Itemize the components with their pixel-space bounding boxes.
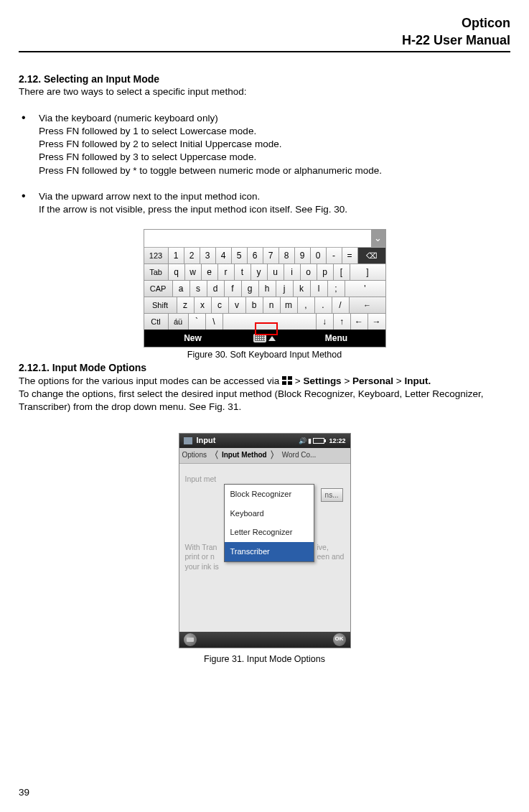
key-slash: / <box>332 297 350 313</box>
key-lbracket: [ <box>334 264 350 280</box>
windows-flag-icon <box>184 437 192 444</box>
key-n: n <box>263 297 281 313</box>
scroll-down-icon: ⌄ <box>371 230 385 247</box>
softkey-new: New <box>144 332 242 344</box>
key-backspace: ⌫ <box>358 248 385 263</box>
bullet2-l1: Via the upward arrow next to the input m… <box>39 190 510 203</box>
input-method-label: Input met <box>185 474 345 484</box>
key-left: ← <box>351 314 368 330</box>
key-f: f <box>225 281 242 297</box>
bullet-2-content: Via the upward arrow next to the input m… <box>39 190 510 216</box>
p1-settings: Settings <box>303 375 341 386</box>
key-3: 3 <box>200 248 216 263</box>
dropdown-letter-recognizer: Letter Recognizer <box>225 523 314 542</box>
subsection-p2: To change the options, first select the … <box>19 388 510 414</box>
bg-r2: een and <box>317 552 345 562</box>
fig31-title: Input <box>197 435 295 446</box>
dropdown-block-recognizer: Block Recognizer <box>225 485 314 504</box>
fig30-keyboard: 123 1 2 3 4 5 6 7 8 9 0 - = ⌫ Tab q w e … <box>144 247 385 330</box>
key-i: i <box>284 264 301 280</box>
signal-icon: ▮ <box>308 437 312 445</box>
key-t: t <box>235 264 251 280</box>
key-k: k <box>294 281 311 297</box>
tab-options: Options <box>182 450 207 460</box>
softkey-menu: Menu <box>288 332 385 344</box>
sip-keyboard-icon <box>184 633 197 646</box>
key-r: r <box>218 264 235 280</box>
background-text-right: ive, een and <box>317 543 345 562</box>
ok-button: OK <box>333 633 346 646</box>
bullet1-l1: Via the keyboard (numeric keyboard only) <box>39 112 510 125</box>
bullet-dot-icon: • <box>19 190 39 216</box>
p1a: The options for the various input modes … <box>19 375 282 386</box>
section-title: 2.12. Selecting an Input Mode <box>19 73 510 86</box>
key-right: → <box>368 314 385 330</box>
bullet1-l3: Press FN followed by 2 to select Initial… <box>39 138 510 151</box>
key-u: u <box>268 264 284 280</box>
fig31-main-area: Input met ns... Block Recognizer Keyboar… <box>179 464 350 633</box>
key-down: ↓ <box>317 314 334 330</box>
key-s: s <box>190 281 207 297</box>
figure-30-wrap: ⌄ 123 1 2 3 4 5 6 7 8 9 0 - = ⌫ Tab q <box>19 229 510 361</box>
p1-personal: Personal <box>352 375 393 386</box>
key-p: p <box>317 264 334 280</box>
key-m: m <box>281 297 298 313</box>
key-y: y <box>251 264 268 280</box>
bullet-1-content: Via the keyboard (numeric keyboard only)… <box>39 112 510 177</box>
key-intl: áü <box>169 314 189 330</box>
key-ctl: Ctl <box>144 314 169 330</box>
bg-l2: print or n <box>185 552 250 562</box>
fig30-top-band: ⌄ <box>144 230 385 247</box>
key-a: a <box>173 281 190 297</box>
key-d: d <box>207 281 225 297</box>
key-2: 2 <box>184 248 200 263</box>
windows-start-icon <box>282 376 292 385</box>
bg-l3: your ink is <box>185 562 250 572</box>
key-tab: Tab <box>144 264 169 280</box>
status-icons: 🔊 ▮ <box>299 437 324 445</box>
chevron-right-icon: 〉 <box>270 449 279 462</box>
key-x: x <box>195 297 212 313</box>
key-123: 123 <box>144 248 169 263</box>
figure-30-soft-keyboard: ⌄ 123 1 2 3 4 5 6 7 8 9 0 - = ⌫ Tab q <box>144 229 386 347</box>
input-method-toggle <box>242 334 288 342</box>
fig31-bottom-bar: OK <box>179 632 350 648</box>
up-arrow-icon <box>268 336 276 341</box>
background-text-left: With Tran print or n your ink is <box>185 543 250 572</box>
key-q: q <box>169 264 185 280</box>
p1b: > <box>295 375 304 386</box>
key-comma: , <box>298 297 315 313</box>
key-v: v <box>229 297 246 313</box>
key-9: 9 <box>295 248 311 263</box>
figure-30-caption: Figure 30. Soft Keyboard Input Method <box>19 349 510 361</box>
key-1: 1 <box>169 248 184 263</box>
figure-31-wrap: Input 🔊 ▮ 12:22 Options 〈 Input Method 〉… <box>19 433 510 666</box>
bullet-2: • Via the upward arrow next to the input… <box>19 190 510 216</box>
key-5: 5 <box>232 248 248 263</box>
subsection-title: 2.12.1. Input Mode Options <box>19 361 510 375</box>
doc-header: Opticon H-22 User Manual <box>19 14 510 52</box>
key-quote: ' <box>345 281 385 297</box>
bullet1-l5: Press FN followed by * to toggle between… <box>39 164 510 177</box>
p1-gt2: > <box>396 375 405 386</box>
key-w: w <box>185 264 202 280</box>
key-h: h <box>259 281 276 297</box>
fig31-clock: 12:22 <box>329 437 345 445</box>
bullet1-l2: Press FN followed by 1 to select Lowerca… <box>39 125 510 138</box>
key-minus: - <box>327 248 342 263</box>
figure-31-input-options: Input 🔊 ▮ 12:22 Options 〈 Input Method 〉… <box>179 433 351 648</box>
bullet1-l4: Press FN followed by 3 to select Upperca… <box>39 151 510 164</box>
tab-input-method: Input Method <box>222 450 267 460</box>
key-up: ↑ <box>334 314 351 330</box>
key-backtick: ` <box>189 314 206 330</box>
fig30-bottom-bar: New Menu <box>144 330 385 347</box>
chevron-left-icon: 〈 <box>210 449 219 462</box>
bullet-1: • Via the keyboard (numeric keyboard onl… <box>19 112 510 177</box>
p1-input: Input. <box>404 375 431 386</box>
battery-icon <box>313 438 324 444</box>
tab-word-completion: Word Co... <box>282 450 317 460</box>
p1-gt: > <box>344 375 352 386</box>
key-4: 4 <box>216 248 232 263</box>
key-rbracket: ] <box>350 264 385 280</box>
key-equals: = <box>342 248 358 263</box>
